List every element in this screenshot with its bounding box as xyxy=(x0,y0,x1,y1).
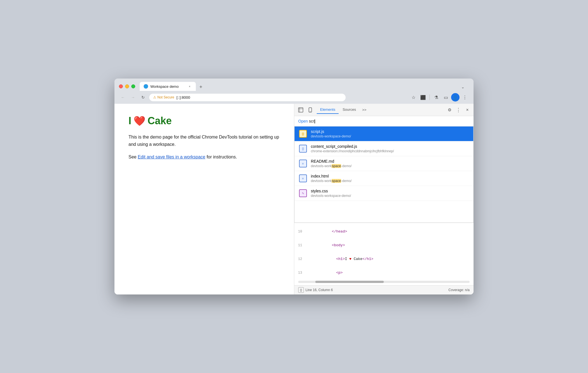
forward-button[interactable]: → xyxy=(129,93,137,101)
minimize-window-button[interactable] xyxy=(125,84,129,88)
devtools-toolbar: Elements Sources >> ⚙ ⋮ × xyxy=(294,104,474,116)
code-line-10: 10 </head> xyxy=(294,225,474,238)
file-item-readme[interactable]: ≡ README.md devtools-workspace-demo/ xyxy=(295,156,473,171)
page-paragraph-1: This is the demo page for the official C… xyxy=(128,133,280,148)
settings-icon: ⚙ xyxy=(448,107,451,112)
svg-point-4 xyxy=(310,111,311,112)
paragraph-post: for instructions. xyxy=(205,155,237,159)
file-path: devtools-workspace-demo/ xyxy=(311,164,469,168)
file-info: README.md devtools-workspace-demo/ xyxy=(311,159,469,168)
traffic-lights xyxy=(119,84,135,88)
file-icon-ext: {} xyxy=(299,145,307,153)
code-scrollbar[interactable] xyxy=(298,281,470,283)
sidebar-icon: ▭ xyxy=(444,95,448,100)
format-icon[interactable]: {} xyxy=(298,287,304,293)
file-icon-md: ≡ xyxy=(299,160,307,167)
file-name: styles.css xyxy=(311,189,469,193)
file-info: index.html devtools-workspace-demo/ xyxy=(311,174,469,183)
chrome-menu-button[interactable]: ⋮ xyxy=(461,93,469,102)
file-item-content-script[interactable]: {} content_script_compiled.js chrome-ext… xyxy=(295,141,473,156)
file-path: chrome-extension://noondiphcddnnabmjcihc… xyxy=(311,149,469,153)
code-line-12: 12 <h1>I ♥ Cake</h1> xyxy=(294,252,474,266)
page-heading: I ❤️ Cake xyxy=(128,115,280,127)
tab-dropdown-button[interactable]: ⌄ xyxy=(459,83,467,91)
url-bar[interactable]: ⚠ Not Secure [::]:8000 xyxy=(149,94,346,101)
file-icon-js: {} xyxy=(299,130,307,138)
forward-icon: → xyxy=(131,95,135,100)
line-content: <p> xyxy=(306,266,343,279)
profile-icon: 👤 xyxy=(453,95,458,100)
heading-i: I xyxy=(128,115,131,127)
devtools-status-bar: {} Line 16, Column 6 Coverage: n/a xyxy=(294,285,474,294)
warning-icon: ⚠ xyxy=(153,95,156,99)
devtools-close-button[interactable]: × xyxy=(463,106,471,114)
new-tab-button[interactable]: + xyxy=(197,83,205,91)
security-warning: ⚠ Not Secure xyxy=(153,95,174,99)
title-bar: 🌐 Workspace demo × + ⌄ xyxy=(114,79,474,91)
extension-button[interactable]: ⬛ xyxy=(419,93,427,102)
file-item-styles-css[interactable]: ✎ styles.css devtools-workspace-demo/ xyxy=(295,186,473,201)
file-name: index.html xyxy=(311,174,469,178)
workspace-link[interactable]: Edit and save files in a workspace xyxy=(138,155,205,159)
file-name: content_script_compiled.js xyxy=(311,144,469,149)
tab-favicon-icon: 🌐 xyxy=(144,84,148,89)
back-button[interactable]: ← xyxy=(119,93,127,101)
file-path: devtools-workspace-demo/ xyxy=(311,179,469,183)
lab-button[interactable]: ⚗ xyxy=(432,93,440,102)
line-number: 13 xyxy=(294,271,306,275)
page-paragraph-2: See Edit and save files in a workspace f… xyxy=(128,153,280,161)
file-info: script.js devtools-workspace-demo/ xyxy=(311,129,469,138)
devtools-more-menu-button[interactable]: ⋮ xyxy=(454,106,462,114)
close-window-button[interactable] xyxy=(119,84,123,88)
tab-title: Workspace demo xyxy=(150,84,185,89)
file-path: devtools-workspace-demo/ xyxy=(311,194,469,198)
open-file-bar: Open scr xyxy=(294,116,474,126)
heading-cake: Cake xyxy=(148,115,172,127)
file-icon-css: ✎ xyxy=(299,189,307,197)
browser-window: 🌐 Workspace demo × + ⌄ ← → ↻ ⚠ Not Secur… xyxy=(114,79,474,294)
file-item-index-html[interactable]: ≡ index.html devtools-workspace-demo/ xyxy=(295,171,473,186)
device-toolbar-button[interactable] xyxy=(306,106,314,114)
line-number: 10 xyxy=(294,230,306,234)
tab-sources[interactable]: Sources xyxy=(339,106,359,114)
back-icon: ← xyxy=(121,95,125,100)
devtools-resize-handle[interactable] xyxy=(294,104,295,294)
reload-icon: ↻ xyxy=(141,95,145,100)
code-area: 10 </head> 11 <body> 12 <h1>I ♥ Cake</h1… xyxy=(294,223,474,285)
inspect-element-button[interactable] xyxy=(297,106,305,114)
tab-elements[interactable]: Elements xyxy=(317,106,339,114)
address-bar: ← → ↻ ⚠ Not Secure [::]:8000 ☆ ⬛ ⚗ xyxy=(114,91,474,104)
tab-close-button[interactable]: × xyxy=(187,84,192,89)
devtools-panel: Elements Sources >> ⚙ ⋮ × Open scr xyxy=(294,104,474,294)
file-icon-html: ≡ xyxy=(299,174,307,182)
maximize-window-button[interactable] xyxy=(131,84,135,88)
active-tab[interactable]: 🌐 Workspace demo × xyxy=(140,82,196,91)
open-file-label: Open xyxy=(298,119,308,123)
code-line-11: 11 <body> xyxy=(294,238,474,252)
line-content: </head> xyxy=(306,225,347,238)
file-path: devtools-workspace-demo/ xyxy=(311,134,469,138)
line-content: <h1>I ♥ Cake</h1> xyxy=(306,253,373,265)
bookmark-button[interactable]: ☆ xyxy=(409,93,418,102)
bookmark-icon: ☆ xyxy=(412,95,415,100)
toolbar-icons: ☆ ⬛ ⚗ ▭ 👤 ⋮ xyxy=(409,93,469,102)
paragraph-pre: See xyxy=(128,155,138,159)
scrollbar-thumb xyxy=(315,281,384,283)
search-query: scr xyxy=(309,119,314,123)
devtools-settings-button[interactable]: ⚙ xyxy=(445,106,453,114)
file-item-script-js[interactable]: {} script.js devtools-workspace-demo/ xyxy=(295,126,473,141)
tab-more-button[interactable]: >> xyxy=(360,106,369,114)
lab-icon: ⚗ xyxy=(434,95,438,100)
reload-button[interactable]: ↻ xyxy=(139,93,147,101)
file-list: {} script.js devtools-workspace-demo/ {}… xyxy=(294,126,474,223)
text-cursor xyxy=(314,119,315,123)
file-info: styles.css devtools-workspace-demo/ xyxy=(311,189,469,198)
sidebar-toggle-button[interactable]: ▭ xyxy=(442,93,450,102)
file-name: script.js xyxy=(311,129,469,134)
devtools-tabs: Elements Sources >> xyxy=(317,106,444,114)
profile-button[interactable]: 👤 xyxy=(451,93,460,102)
toolbar-divider xyxy=(429,95,430,100)
not-secure-label: Not Secure xyxy=(157,95,174,99)
cursor-position: Line 16, Column 6 xyxy=(306,288,333,292)
code-line-13: 13 <p> xyxy=(294,266,474,280)
